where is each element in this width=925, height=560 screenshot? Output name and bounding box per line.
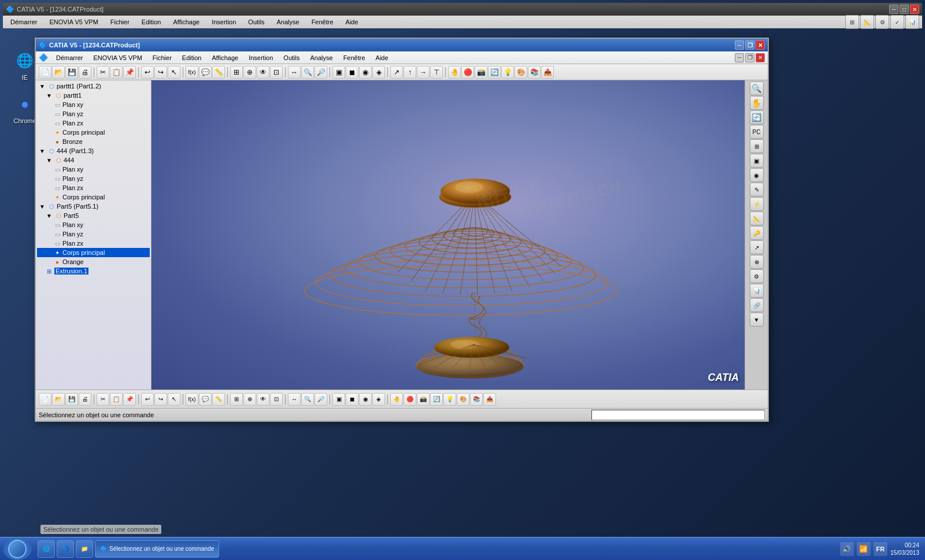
tree-item[interactable]: ▭ Plan xy [37,165,150,174]
tb-move[interactable]: ↔ [288,66,301,79]
tree-item[interactable]: ▭ Plan zx [37,118,150,128]
rt-btn[interactable]: 🔍 [750,81,764,95]
tb-snap2[interactable]: 📸 [475,66,487,79]
restore-btn[interactable]: ❐ [745,40,754,50]
bt-btn[interactable]: 📤 [483,393,496,406]
menu-enovia[interactable]: ENOVIA V5 VPM [88,53,146,62]
tb-print[interactable]: 🖨 [79,66,91,79]
menu-analyse[interactable]: Analyse [305,53,337,62]
rt-btn[interactable]: ✎ [750,183,764,196]
tree-item[interactable]: ▭ Plan zx [37,239,150,248]
tb-cut[interactable]: ✂ [97,66,109,79]
tb-manip[interactable]: 🤚 [448,66,461,79]
bt-btn[interactable]: ◈ [372,393,385,406]
status-input[interactable] [591,410,765,420]
tree-item[interactable]: ▼ ⬡ 444 (Part1.3) [37,146,150,155]
bt-btn[interactable]: 👁 [257,393,269,406]
menu-outils[interactable]: Outils [279,53,304,62]
rt-btn[interactable]: 📊 [750,284,764,298]
bt-btn[interactable]: ◼ [346,393,358,406]
tb-formula[interactable]: f(x) [186,66,198,79]
bt-btn[interactable]: 🎨 [457,393,469,406]
tree-item[interactable]: ▭ Plan yz [37,109,150,118]
tb-paste[interactable]: 📌 [123,66,136,79]
tb-undo[interactable]: ↩ [141,66,154,79]
bt-btn[interactable]: 🖨 [79,393,91,406]
outer-menu-insertion[interactable]: Insertion [207,17,240,27]
tb-grid[interactable]: ⊞ [230,66,243,79]
tree-item[interactable]: ● Orange [37,257,150,266]
tb-publish[interactable]: 📤 [541,66,554,79]
bt-btn[interactable]: ↩ [141,393,154,406]
minimize-btn[interactable]: ─ [735,40,744,50]
tree-item-selected[interactable]: ✦ Corps principal [37,248,150,257]
bt-btn[interactable]: 📌 [123,393,136,406]
tb-light[interactable]: 💡 [501,66,514,79]
tb-layer[interactable]: 📚 [528,66,541,79]
menu-insertion[interactable]: Insertion [244,53,278,62]
outer-menu-affichage[interactable]: Affichage [168,17,204,27]
rt-btn[interactable]: ⚙ [750,269,764,283]
rt-btn[interactable]: 🔗 [750,298,764,312]
bt-btn[interactable]: 📂 [52,393,65,406]
outer-minimize-btn[interactable]: ─ [889,5,898,14]
bt-btn[interactable]: ⊡ [270,393,283,406]
menu-demarrer[interactable]: Démarrer [51,53,87,62]
bt-btn[interactable]: 📄 [39,393,51,406]
bt-btn[interactable]: 💬 [199,393,212,406]
tb-snap[interactable]: ⊕ [243,66,256,79]
taskbar-item-ie[interactable]: 🌐 [38,540,55,558]
tb-comment[interactable]: 💬 [199,66,212,79]
tb-new[interactable]: 📄 [39,66,51,79]
rt-btn[interactable]: ⊞ [750,139,764,153]
rt-btn[interactable]: PC [750,125,764,139]
taskbar-item-catia[interactable]: 🔷 Sélectionnez un objet ou une commande [95,540,219,558]
outer-toolbar-btn2[interactable]: 📐 [860,15,874,29]
rt-btn[interactable]: ▼ [750,313,764,327]
bt-btn[interactable]: 🔴 [404,393,416,406]
bt-btn[interactable]: 📋 [110,393,123,406]
tb-render-wire[interactable]: ▣ [332,66,345,79]
bt-btn[interactable]: ↔ [288,393,301,406]
tree-item[interactable]: ▼ ⬡ parttt1 (Part1.2) [37,81,150,91]
outer-menu-fenetre[interactable]: Fenêtre [307,17,338,27]
menu-fenetre[interactable]: Fenêtre [339,53,370,62]
outer-close-btn[interactable]: ✕ [910,5,919,14]
tb-redo[interactable]: ↪ [154,66,167,79]
3d-viewport[interactable]: PHOTOPHOTO.CN 图行天下 [151,80,745,390]
taskbar-item-chrome[interactable]: 🔵 [57,540,74,558]
tree-item[interactable]: ● Bronze [37,137,150,146]
tb-measure[interactable]: 📏 [212,66,225,79]
rt-btn[interactable]: 🔑 [750,226,764,240]
bt-btn[interactable]: ⊞ [230,393,243,406]
bt-btn[interactable]: 🔎 [314,393,327,406]
outer-menu-aide[interactable]: Aide [341,17,363,27]
inner-close-btn[interactable]: ✕ [756,53,765,62]
rt-btn[interactable]: ⊕ [750,255,764,269]
tb-material[interactable]: 🎨 [515,66,527,79]
tree-item[interactable]: ▭ Plan zx [37,183,150,192]
tb-render-solid[interactable]: ◼ [346,66,358,79]
tb-view1[interactable]: ↗ [390,66,403,79]
tb-view[interactable]: 👁 [257,66,269,79]
start-button[interactable] [3,538,32,560]
rt-btn[interactable]: 🔄 [750,110,764,124]
tree-item[interactable]: ▭ Plan xy [37,220,150,229]
outer-toolbar-btn3[interactable]: ⚙ [875,15,889,29]
tree-item[interactable]: ▼ ⬡ Part5 [37,211,150,220]
bt-btn[interactable]: ↪ [154,393,167,406]
outer-toolbar-btn4[interactable]: ✓ [890,15,904,29]
tree-item[interactable]: ✦ Corps principal [37,128,150,137]
bt-btn[interactable]: 📚 [470,393,483,406]
rt-btn[interactable]: ✋ [750,96,764,110]
tb-fit[interactable]: ⊡ [270,66,283,79]
taskbar-item-folder[interactable]: 📁 [76,540,93,558]
bt-btn[interactable]: 📏 [212,393,225,406]
tree-item[interactable]: ▼ ⬡ Part5 (Part5.1) [37,202,150,211]
outer-menu-analyse[interactable]: Analyse [272,17,304,27]
bt-btn[interactable]: 🤚 [390,393,403,406]
rt-btn[interactable]: ▣ [750,154,764,168]
tb-refresh[interactable]: 🔄 [488,66,501,79]
outer-toolbar-btn1[interactable]: ⊞ [845,15,859,29]
tree-item[interactable]: ▭ Plan yz [37,174,150,183]
